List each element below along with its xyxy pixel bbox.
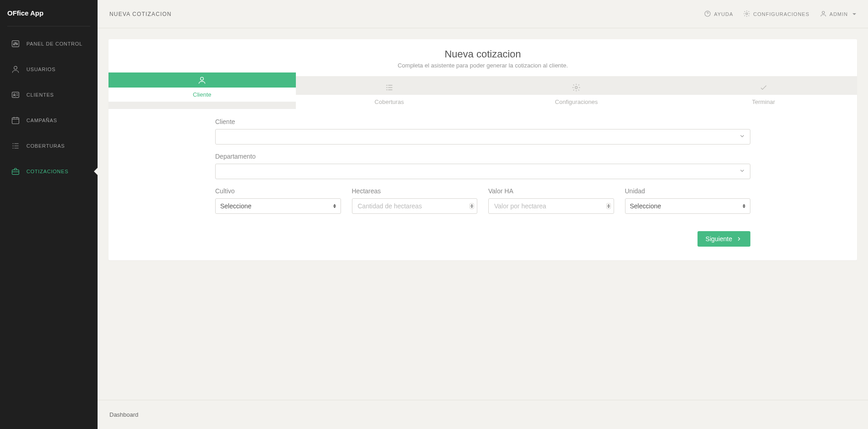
- list-icon: [296, 80, 483, 95]
- svg-point-1: [14, 44, 15, 45]
- cliente-label: Cliente: [215, 118, 750, 125]
- form-footer: Siguiente: [215, 231, 750, 247]
- next-button[interactable]: Siguiente: [698, 231, 750, 247]
- form-group-departamento: Departamento: [215, 153, 750, 179]
- app-logo: OFfice App: [7, 0, 90, 26]
- cultivo-select[interactable]: Seleccione: [215, 198, 341, 214]
- topbar-right: AYUDA CONFIGURACIONES ADMIN: [704, 10, 856, 18]
- sidebar-item-label: CAMPAÑAS: [26, 118, 57, 123]
- sidebar-item-label: CLIENTES: [26, 92, 54, 98]
- cliente-select[interactable]: [215, 129, 750, 145]
- svg-point-4: [14, 66, 17, 69]
- help-icon: [704, 10, 711, 18]
- stepper-down-icon[interactable]: [607, 207, 610, 208]
- sidebar-nav: PANEL DE CONTROL USUARIOS CLIENTES CAMPA…: [0, 31, 98, 184]
- number-stepper[interactable]: [606, 203, 611, 209]
- form-row: Cultivo Seleccione Hectareas: [215, 187, 750, 222]
- step-label: Terminar: [670, 95, 858, 109]
- gear-icon: [743, 10, 750, 18]
- briefcase-icon: [11, 167, 20, 176]
- unidad-select-input[interactable]: Seleccione: [630, 202, 746, 210]
- step-cliente[interactable]: Cliente: [108, 76, 296, 109]
- form-area: Cliente Departamento: [108, 109, 857, 260]
- gear-icon: [483, 80, 670, 95]
- form-group-cultivo: Cultivo Seleccione: [215, 187, 341, 214]
- chevron-right-icon: [736, 236, 742, 242]
- step-terminar[interactable]: Terminar: [670, 76, 858, 109]
- wizard-subtitle: Completa el asistente para poder generar…: [118, 62, 848, 69]
- stepper-down-icon[interactable]: [470, 207, 473, 208]
- page-footer: Dashboard: [98, 400, 868, 429]
- user-label: ADMIN: [830, 11, 848, 17]
- unidad-label: Unidad: [625, 187, 751, 195]
- chevron-down-icon: [739, 133, 745, 141]
- user-icon: [820, 10, 827, 18]
- departamento-label: Departamento: [215, 153, 750, 160]
- number-stepper[interactable]: [470, 203, 474, 209]
- wizard-steps: Cliente Coberturas Configuraciones: [108, 76, 857, 109]
- page-title: NUEVA COTIZACION: [109, 11, 171, 17]
- sidebar-item-campanas[interactable]: CAMPAÑAS: [0, 108, 98, 133]
- valor-ha-input[interactable]: [494, 202, 600, 210]
- step-label: Coberturas: [296, 95, 483, 109]
- step-label: Cliente: [108, 88, 296, 102]
- sidebar-item-label: COTIZACIONES: [26, 169, 68, 174]
- stepper-up-icon[interactable]: [607, 204, 610, 206]
- user-icon: [108, 72, 296, 88]
- unidad-select[interactable]: Seleccione: [625, 198, 751, 214]
- step-label: Configuraciones: [483, 95, 670, 109]
- help-label: AYUDA: [714, 11, 733, 17]
- next-button-label: Siguiente: [706, 235, 732, 243]
- sliders-icon: [11, 39, 20, 48]
- sidebar-item-coberturas[interactable]: COBERTURAS: [0, 133, 98, 159]
- user-menu[interactable]: ADMIN: [820, 10, 856, 18]
- sidebar-item-usuarios[interactable]: USUARIOS: [0, 57, 98, 82]
- svg-rect-5: [12, 92, 19, 98]
- hectareas-input[interactable]: [358, 202, 464, 210]
- step-configuraciones[interactable]: Configuraciones: [483, 76, 670, 109]
- topbar: NUEVA COTIZACION AYUDA CONFIGURACIONES A…: [98, 0, 868, 28]
- sidebar-item-label: USUARIOS: [26, 67, 56, 72]
- svg-point-12: [201, 77, 204, 80]
- svg-point-13: [575, 86, 578, 88]
- form-group-hectareas: Hectareas: [352, 187, 478, 214]
- sidebar: OFfice App PANEL DE CONTROL USUARIOS CLI…: [0, 0, 98, 429]
- wizard-title: Nueva cotizacion: [118, 48, 848, 60]
- step-coberturas[interactable]: Coberturas: [296, 76, 483, 109]
- list-icon: [11, 141, 20, 150]
- settings-label: CONFIGURACIONES: [753, 11, 809, 17]
- chevron-down-icon: [739, 168, 745, 176]
- svg-point-11: [822, 11, 824, 13]
- calendar-icon: [11, 116, 20, 125]
- cultivo-label: Cultivo: [215, 187, 341, 195]
- sidebar-item-panel-de-control[interactable]: PANEL DE CONTROL: [0, 31, 98, 57]
- card-header: Nueva cotizacion Completa el asistente p…: [108, 39, 857, 76]
- help-link[interactable]: AYUDA: [704, 10, 733, 18]
- svg-rect-8: [12, 170, 19, 175]
- user-icon: [11, 65, 20, 74]
- sidebar-item-clientes[interactable]: CLIENTES: [0, 82, 98, 108]
- valor-ha-label: Valor HA: [488, 187, 614, 195]
- id-card-icon: [11, 90, 20, 99]
- svg-rect-7: [12, 118, 19, 124]
- sidebar-item-cotizaciones[interactable]: COTIZACIONES: [0, 159, 98, 184]
- svg-point-2: [15, 42, 16, 43]
- form-group-cliente: Cliente: [215, 118, 750, 145]
- sidebar-item-label: COBERTURAS: [26, 143, 65, 149]
- stepper-up-icon[interactable]: [470, 204, 473, 206]
- hectareas-label: Hectareas: [352, 187, 478, 195]
- sidebar-item-label: PANEL DE CONTROL: [26, 41, 83, 47]
- svg-point-3: [16, 44, 17, 45]
- form-group-unidad: Unidad Seleccione: [625, 187, 751, 214]
- main: NUEVA COTIZACION AYUDA CONFIGURACIONES A…: [98, 0, 868, 429]
- form-group-valor-ha: Valor HA: [488, 187, 614, 214]
- hectareas-input-wrap: [352, 198, 478, 214]
- valor-ha-input-wrap: [488, 198, 614, 214]
- svg-point-6: [14, 94, 15, 95]
- check-icon: [670, 80, 858, 95]
- content: Nueva cotizacion Completa el asistente p…: [98, 28, 868, 400]
- departamento-select[interactable]: [215, 164, 750, 179]
- settings-link[interactable]: CONFIGURACIONES: [743, 10, 809, 18]
- cultivo-select-input[interactable]: Seleccione: [220, 202, 336, 210]
- svg-point-10: [746, 13, 748, 15]
